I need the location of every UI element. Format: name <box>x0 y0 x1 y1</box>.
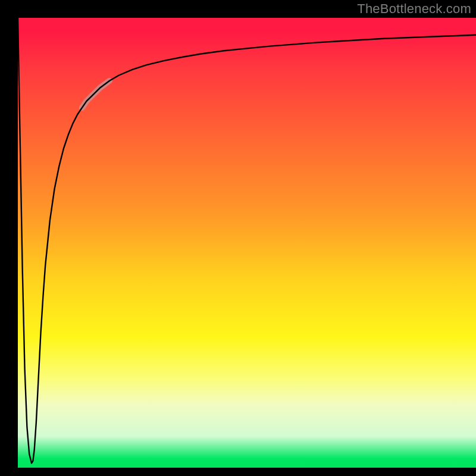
chart-frame: TheBottleneck.com <box>0 0 476 476</box>
gradient-plot-area <box>18 18 476 468</box>
watermark-text: TheBottleneck.com <box>357 1 471 17</box>
